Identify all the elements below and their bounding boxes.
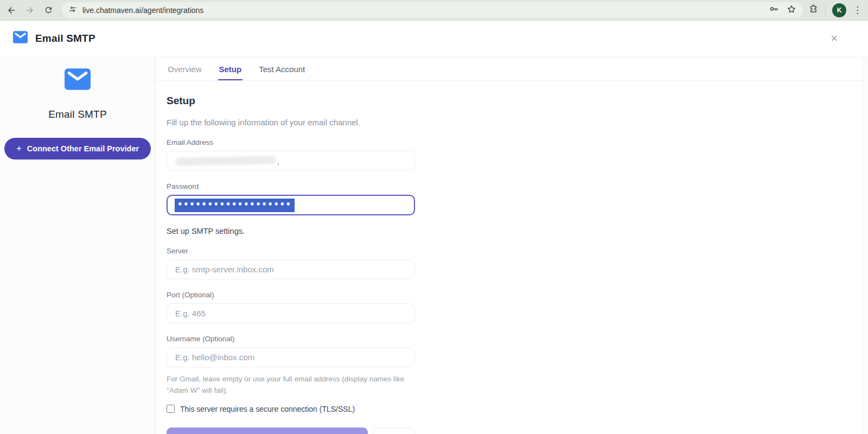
- password-field[interactable]: •••••••••••••••••••: [167, 195, 415, 215]
- address-bar[interactable]: live.chatmaven.ai/agent/integrations: [62, 2, 803, 18]
- cancel-button[interactable]: Cancel: [373, 427, 415, 434]
- browser-toolbar: live.chatmaven.ai/agent/integrations K ⋮: [0, 0, 868, 21]
- browser-menu-icon[interactable]: ⋮: [853, 5, 861, 15]
- extensions-icon[interactable]: [808, 4, 819, 16]
- integration-header: Email SMTP ×: [0, 21, 868, 56]
- profile-avatar[interactable]: K: [832, 3, 846, 17]
- forward-icon: [25, 5, 35, 15]
- connect-other-provider-button[interactable]: + Connect Other Email Provider: [4, 138, 151, 159]
- integration-sidebar: Email SMTP + Connect Other Email Provide…: [0, 56, 156, 434]
- toolbar-divider: [825, 5, 826, 15]
- secure-connection-label: This server requires a secure connection…: [180, 405, 355, 413]
- form-title: Setup: [167, 95, 415, 107]
- email-address-field[interactable]: ,: [167, 151, 415, 171]
- password-masked-value: •••••••••••••••••••: [175, 199, 295, 212]
- redacted-email-tail: ,: [277, 158, 279, 166]
- tab-bar: Overview Setup Test Account: [156, 56, 868, 81]
- tab-setup[interactable]: Setup: [218, 59, 243, 80]
- reload-icon: [44, 5, 53, 15]
- forward-button[interactable]: [21, 1, 39, 20]
- bookmark-star-icon[interactable]: [787, 4, 796, 16]
- tab-overview[interactable]: Overview: [167, 59, 203, 80]
- port-input[interactable]: [167, 303, 415, 323]
- back-icon: [7, 5, 16, 15]
- integration-name: Email SMTP: [48, 108, 107, 120]
- username-input[interactable]: [167, 347, 415, 367]
- email-address-label: Email Address: [167, 138, 415, 146]
- server-label: Server: [167, 247, 415, 255]
- back-button[interactable]: [2, 1, 21, 20]
- page-title: Email SMTP: [35, 33, 95, 44]
- username-help-text: For Gmail, leave empty or use your full …: [167, 374, 411, 397]
- port-label: Port (Optional): [167, 291, 415, 299]
- connect-button-label: Connect Other Email Provider: [27, 144, 139, 153]
- smtp-settings-heading: Set up SMTP settings.: [167, 227, 415, 235]
- email-smtp-icon: [13, 31, 28, 46]
- close-icon[interactable]: ×: [831, 33, 838, 44]
- save-button[interactable]: Save: [167, 427, 368, 434]
- reload-button[interactable]: [39, 1, 58, 20]
- url-text[interactable]: live.chatmaven.ai/agent/integrations: [82, 6, 763, 15]
- page-scrollbar[interactable]: [863, 56, 868, 434]
- plus-icon: +: [16, 143, 22, 154]
- tab-test-account[interactable]: Test Account: [258, 59, 306, 80]
- setup-form: Setup Fill up the following information …: [156, 81, 415, 434]
- secure-connection-row[interactable]: This server requires a secure connection…: [167, 405, 415, 413]
- site-settings-icon[interactable]: [68, 5, 77, 16]
- password-label: Password: [167, 182, 415, 190]
- main-content: Overview Setup Test Account Setup Fill u…: [156, 56, 868, 434]
- username-label: Username (Optional): [167, 335, 415, 343]
- form-description: Fill up the following information of you…: [167, 118, 415, 127]
- secure-connection-checkbox[interactable]: [167, 405, 175, 413]
- redacted-email-value: [175, 156, 276, 166]
- server-input[interactable]: [167, 259, 415, 279]
- password-manager-icon[interactable]: [769, 4, 779, 16]
- email-smtp-logo-icon: [65, 68, 91, 92]
